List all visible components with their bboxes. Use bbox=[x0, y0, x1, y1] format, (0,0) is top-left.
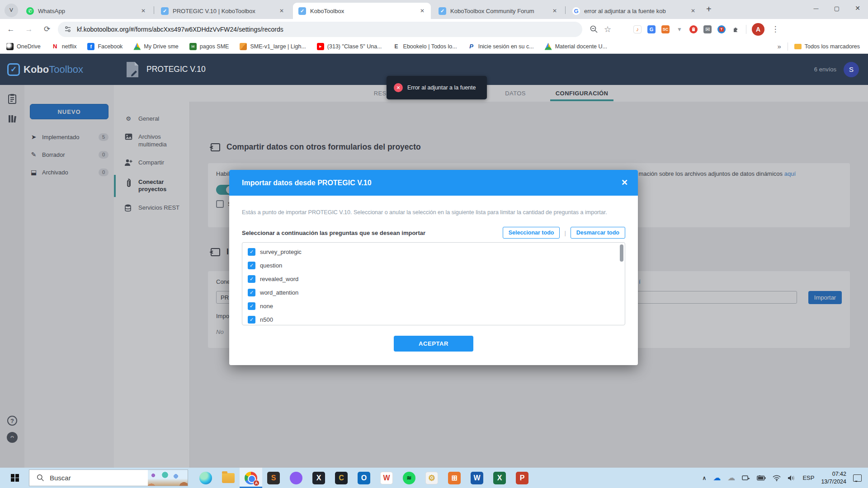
window-maximize-button[interactable] bbox=[826, 0, 847, 16]
volume-icon[interactable] bbox=[788, 475, 796, 481]
onedrive-cloud-icon[interactable] bbox=[713, 473, 721, 483]
zoom-icon[interactable] bbox=[590, 25, 599, 34]
question-row[interactable]: survey_protegic bbox=[248, 246, 302, 257]
taskbar-x-app[interactable]: X bbox=[307, 468, 330, 488]
bookmark-my-drive[interactable]: My Drive sme bbox=[133, 43, 178, 50]
taskbar-gear-app[interactable] bbox=[420, 468, 443, 488]
bookmark-material-docente[interactable]: Material docente U... bbox=[545, 43, 607, 50]
taskbar-c-app[interactable]: C bbox=[330, 468, 353, 488]
checkbox-checked[interactable] bbox=[248, 289, 255, 296]
browser-toolbar: kf.kobotoolbox.org/#/forms/abcXxs497w6XD… bbox=[0, 19, 868, 39]
browser-menu-icon[interactable] bbox=[768, 22, 783, 37]
tab-separator bbox=[154, 6, 154, 14]
powerpoint-icon: P bbox=[516, 472, 528, 484]
start-button[interactable] bbox=[11, 474, 19, 482]
deselect-all-button[interactable]: Desmarcar todo bbox=[571, 227, 625, 239]
bookmark-ebookelo[interactable]: EEbookelo | Todos lo... bbox=[393, 43, 457, 50]
tab-whatsapp[interactable]: ✆ WhatsApp bbox=[21, 3, 152, 19]
new-tab-button[interactable] bbox=[706, 4, 712, 14]
all-bookmarks-folder[interactable]: Todos los marcadores bbox=[794, 43, 860, 50]
tab-google-search[interactable]: G error al adjuntar a la fuente kob bbox=[567, 3, 702, 19]
window-minimize-button[interactable] bbox=[806, 0, 826, 16]
taskbar-orange-app[interactable]: ⊞ bbox=[443, 468, 466, 488]
checkbox-checked[interactable] bbox=[248, 316, 255, 324]
checkbox-checked[interactable] bbox=[248, 275, 255, 283]
question-row[interactable]: n500 bbox=[248, 314, 273, 325]
taskbar-outlook[interactable]: O bbox=[353, 468, 375, 488]
language-indicator[interactable]: ESP bbox=[802, 474, 814, 481]
bookmark-sme-v1[interactable]: SME-v1_large | Ligh... bbox=[240, 43, 306, 50]
question-row[interactable]: question bbox=[248, 260, 282, 271]
tab-close-icon[interactable] bbox=[139, 7, 147, 15]
taskbar-edge[interactable] bbox=[194, 468, 217, 488]
screen: ✆ WhatsApp ✓ PROTEGIC V.10 | KoboToolbox… bbox=[0, 0, 868, 488]
tab-close-icon[interactable] bbox=[689, 7, 697, 15]
site-info-icon[interactable] bbox=[64, 26, 71, 33]
tab-community-forum[interactable]: ✓ KoboToolbox Community Forum bbox=[433, 3, 563, 19]
bookmark-paypal[interactable]: PInicie sesión en su c... bbox=[468, 43, 534, 50]
accept-button[interactable]: ACEPTAR bbox=[394, 336, 473, 352]
tab-kobotoolbox-active[interactable]: ✓ KoboToolbox bbox=[293, 3, 431, 19]
taskbar-word[interactable]: W bbox=[466, 468, 488, 488]
window-close-button[interactable] bbox=[847, 0, 868, 16]
wifi-icon[interactable] bbox=[773, 475, 781, 481]
modal-description: Estás a punto de importar PROTEGIC V.10.… bbox=[242, 209, 626, 217]
taskbar-excel[interactable]: X bbox=[488, 468, 511, 488]
question-row[interactable]: none bbox=[248, 300, 273, 311]
bookmarks-overflow-chevron[interactable]: » bbox=[777, 42, 781, 50]
back-button[interactable] bbox=[4, 22, 18, 37]
taskbar-search[interactable]: Buscar bbox=[29, 469, 188, 486]
taskbar-word-red[interactable]: W bbox=[375, 468, 398, 488]
translate-extension-icon[interactable]: G bbox=[647, 25, 656, 33]
extensions-puzzle-icon[interactable] bbox=[731, 25, 740, 33]
reload-button[interactable] bbox=[40, 22, 54, 37]
checkbox-checked[interactable] bbox=[248, 302, 255, 310]
screencast-icon[interactable] bbox=[742, 475, 750, 481]
taskbar-file-explorer[interactable] bbox=[217, 468, 240, 488]
mail-extension-icon[interactable] bbox=[703, 25, 712, 33]
forward-button[interactable] bbox=[22, 22, 36, 37]
tab-close-icon[interactable] bbox=[278, 7, 286, 15]
question-row[interactable]: word_attention bbox=[248, 287, 298, 298]
google-drive-icon bbox=[133, 43, 141, 50]
tab-close-icon[interactable] bbox=[418, 7, 426, 15]
modal-close-icon[interactable] bbox=[621, 178, 628, 188]
bookmark-netflix[interactable]: Nnetflix bbox=[52, 43, 77, 50]
question-row[interactable]: revealed_word bbox=[248, 273, 298, 284]
bookmark-youtube-clase5[interactable]: ▶(313) "Clase 5" Una... bbox=[317, 43, 382, 50]
taskbar-github-desktop[interactable] bbox=[285, 468, 307, 488]
bookmark-pagos-sme[interactable]: ✉pagos SME bbox=[189, 43, 229, 50]
audio-extension-icon[interactable]: ♪ bbox=[633, 25, 642, 33]
taskbar-spotify[interactable]: ≋ bbox=[398, 468, 420, 488]
profile-avatar[interactable]: A bbox=[752, 23, 764, 36]
notification-center-icon[interactable] bbox=[853, 474, 862, 482]
tray-expand-icon[interactable] bbox=[703, 475, 707, 481]
globe-t-extension-icon[interactable]: T bbox=[717, 25, 726, 33]
tab-close-icon[interactable] bbox=[551, 7, 559, 15]
github-desktop-icon bbox=[290, 472, 302, 484]
checkbox-checked[interactable] bbox=[248, 248, 255, 256]
address-bar[interactable]: kf.kobotoolbox.org/#/forms/abcXxs497w6XD… bbox=[58, 22, 582, 37]
select-all-button[interactable]: Seleccionar todo bbox=[503, 227, 560, 239]
tab-protegic[interactable]: ✓ PROTEGIC V.10 | KoboToolbox bbox=[156, 3, 290, 19]
taskbar-powerpoint[interactable]: P bbox=[511, 468, 533, 488]
error-toast[interactable]: Error al adjuntar a la fuente bbox=[387, 76, 487, 99]
checkbox-checked[interactable] bbox=[248, 262, 255, 269]
clock[interactable]: 07:42 13/7/2024 bbox=[821, 470, 846, 486]
sc-extension-icon[interactable]: SC bbox=[661, 25, 670, 33]
bookmark-star-icon[interactable] bbox=[600, 22, 615, 37]
taskbar-apps: A S X C O W ≋ ⊞ W X P bbox=[194, 468, 533, 488]
list-scrollbar[interactable] bbox=[620, 244, 623, 262]
kobotoolbox-logo[interactable]: ✓ KoboToolbox bbox=[7, 63, 83, 76]
battery-icon[interactable] bbox=[757, 475, 766, 481]
stop-hand-extension-icon[interactable] bbox=[689, 25, 698, 33]
taskbar-chrome[interactable]: A bbox=[240, 468, 262, 488]
taskbar-sublime[interactable]: S bbox=[262, 468, 285, 488]
bookmark-facebook[interactable]: fFacebook bbox=[87, 43, 123, 50]
v-extension-icon[interactable]: ▼ bbox=[675, 25, 684, 33]
cloud-icon[interactable] bbox=[727, 473, 735, 483]
bookmark-onedrive[interactable]: OneDrive bbox=[6, 43, 41, 50]
user-avatar[interactable]: S bbox=[844, 62, 859, 77]
tab-search-chevron-icon[interactable] bbox=[5, 4, 18, 17]
select-questions-label: Seleccionar a continuación las preguntas… bbox=[242, 230, 425, 236]
